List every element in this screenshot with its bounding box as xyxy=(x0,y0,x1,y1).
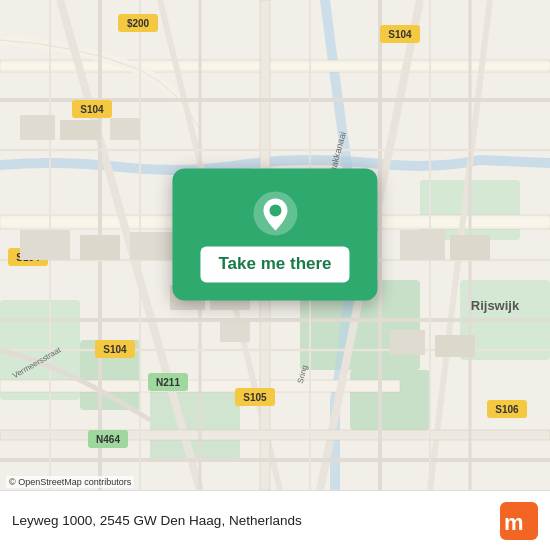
svg-rect-51 xyxy=(20,115,55,140)
svg-text:S104: S104 xyxy=(103,344,127,355)
svg-rect-14 xyxy=(0,430,550,440)
svg-rect-57 xyxy=(400,230,445,260)
svg-rect-6 xyxy=(150,390,240,460)
svg-rect-55 xyxy=(80,235,120,260)
svg-rect-56 xyxy=(130,232,175,260)
svg-text:S104: S104 xyxy=(80,104,104,115)
svg-text:N211: N211 xyxy=(156,377,180,388)
svg-point-65 xyxy=(269,204,281,216)
moovit-logo: m xyxy=(500,502,538,540)
address-label: Leyweg 1000, 2545 GW Den Haag, Netherlan… xyxy=(12,513,302,528)
svg-rect-58 xyxy=(450,235,490,260)
location-popup[interactable]: Take me there xyxy=(172,168,377,300)
svg-rect-2 xyxy=(350,370,430,430)
svg-text:S106: S106 xyxy=(495,404,519,415)
map-container[interactable]: $200 S104 S104 S104 S104 S105 S106 N211 … xyxy=(0,0,550,490)
bottom-bar: Leyweg 1000, 2545 GW Den Haag, Netherlan… xyxy=(0,490,550,550)
map-attribution: © OpenStreetMap contributors xyxy=(6,476,134,488)
svg-text:Rijswijk: Rijswijk xyxy=(471,298,520,313)
svg-rect-53 xyxy=(110,118,140,140)
take-me-there-button[interactable]: Take me there xyxy=(200,246,349,282)
svg-rect-52 xyxy=(60,120,100,140)
svg-rect-63 xyxy=(220,320,250,342)
svg-rect-59 xyxy=(390,330,425,355)
location-pin-icon xyxy=(252,190,298,236)
svg-text:S104: S104 xyxy=(388,29,412,40)
moovit-logo-icon: m xyxy=(500,502,538,540)
svg-rect-60 xyxy=(435,335,475,357)
svg-text:m: m xyxy=(504,510,524,535)
svg-text:$200: $200 xyxy=(127,18,150,29)
svg-text:S105: S105 xyxy=(243,392,267,403)
svg-text:N464: N464 xyxy=(96,434,120,445)
svg-rect-54 xyxy=(20,230,70,260)
